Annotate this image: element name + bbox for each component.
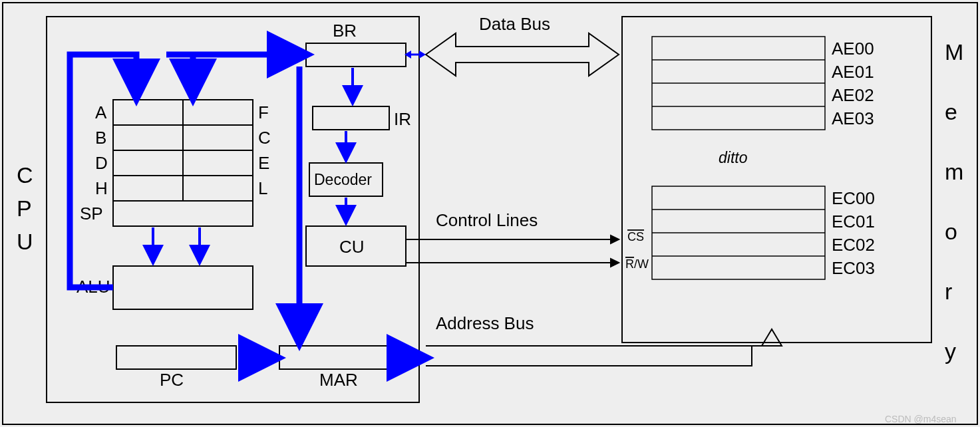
addr-EC02: EC02 xyxy=(832,235,875,255)
mar-box xyxy=(279,346,399,369)
addr-AE02: AE02 xyxy=(832,85,874,105)
alu-box xyxy=(113,266,253,309)
mem-title-1: e xyxy=(945,99,957,124)
reg-H: H xyxy=(95,178,108,198)
control-line-2 xyxy=(406,259,619,267)
address-bus-arrow xyxy=(426,329,782,366)
data-bus-label: Data Bus xyxy=(479,14,550,34)
watermark: CSDN @m4sean xyxy=(885,414,957,424)
decoder-label: Decoder xyxy=(314,171,372,188)
ir-box xyxy=(313,106,389,130)
mem-title-0: M xyxy=(945,39,963,65)
ir-label: IR xyxy=(394,109,411,129)
reg-C: C xyxy=(258,128,271,148)
cs-label: CS xyxy=(627,230,644,243)
reg-A: A xyxy=(95,102,107,122)
cpu-title-0: C xyxy=(17,162,33,188)
addr-EC01: EC01 xyxy=(832,212,875,231)
address-bus-label: Address Bus xyxy=(436,313,534,333)
svg-marker-23 xyxy=(762,329,782,346)
addr-AE00: AE00 xyxy=(832,39,874,59)
reg-F: F xyxy=(258,102,269,122)
pc-box xyxy=(116,346,236,369)
cpu-title-1: P xyxy=(17,196,32,221)
br-data-arrow xyxy=(405,51,426,59)
addr-AE03: AE03 xyxy=(832,108,874,128)
mem-title-3: o xyxy=(945,219,957,244)
control-line-1 xyxy=(406,235,619,243)
br-label: BR xyxy=(333,21,357,41)
rw-label: R/W xyxy=(625,257,649,271)
data-bus-arrow: Data Bus xyxy=(426,14,619,76)
memory-block-1: AE00 AE01 AE02 AE03 xyxy=(652,37,874,130)
svg-marker-20 xyxy=(611,235,619,243)
reg-L: L xyxy=(258,178,267,198)
svg-marker-22 xyxy=(611,259,619,267)
br-box xyxy=(306,43,406,67)
control-lines-label: Control Lines xyxy=(436,210,538,230)
svg-marker-15 xyxy=(426,33,619,76)
addr-EC03: EC03 xyxy=(832,258,875,278)
ditto-label: ditto xyxy=(719,149,748,166)
mem-title-5: y xyxy=(945,339,956,364)
addr-AE01: AE01 xyxy=(832,62,874,82)
memory-box xyxy=(622,17,931,343)
svg-marker-18 xyxy=(419,51,426,59)
reg-E: E xyxy=(258,153,269,173)
reg-D: D xyxy=(95,153,108,173)
reg-SP: SP xyxy=(80,204,103,223)
cpu-title-2: U xyxy=(17,229,33,254)
memory-block-2: EC00 EC01 EC02 EC03 xyxy=(652,186,875,279)
pc-label: PC xyxy=(160,370,184,390)
mar-label: MAR xyxy=(319,370,358,390)
mem-title-4: r xyxy=(945,279,952,304)
cu-label: CU xyxy=(339,237,365,257)
reg-B: B xyxy=(95,128,106,148)
addr-EC00: EC00 xyxy=(832,188,875,208)
mem-title-2: m xyxy=(945,159,963,184)
register-file: A B D H SP F C E L xyxy=(80,100,271,226)
